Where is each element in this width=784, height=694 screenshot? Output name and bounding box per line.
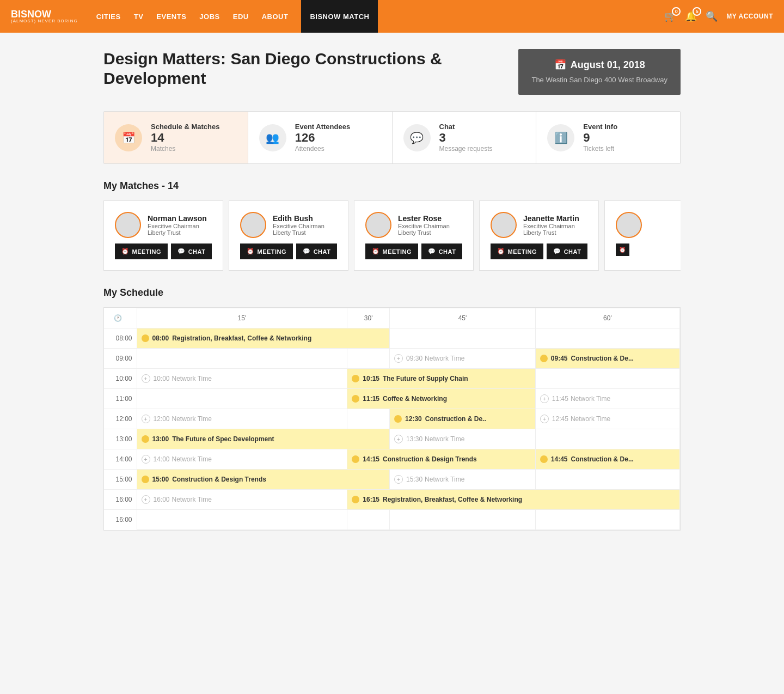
chat-button-2[interactable]: 💬 CHAT (421, 243, 462, 259)
add-network-button[interactable]: + (142, 455, 150, 464)
add-network-button[interactable]: + (394, 354, 403, 363)
account-button[interactable]: MY ACCOUNT (726, 13, 773, 20)
schedule-row: 13:0013:00The Future of Spec Development… (104, 429, 680, 449)
schedule-cell[interactable] (535, 369, 679, 389)
chat-icon: 💬 (403, 124, 431, 151)
schedule-row: 16:00 (104, 510, 680, 530)
meeting-button-1[interactable]: ⏰ MEETING (240, 243, 293, 259)
schedule-cell[interactable]: 15:00Construction & Design Trends (137, 470, 390, 490)
schedule-cell[interactable] (535, 510, 679, 530)
match-person-3: Jeanette Martin Execitive Chairman Liber… (491, 212, 587, 238)
schedule-cell[interactable] (137, 389, 347, 409)
stat-schedule[interactable]: 📅 Schedule & Matches 14 Matches (104, 112, 248, 163)
match-person-1: Edith Bush Execitive Chairman Liberty Tr… (240, 212, 337, 238)
cart-button[interactable]: 🛒 0 (664, 10, 676, 22)
info-icon: ℹ️ (547, 124, 574, 151)
meeting-button-3[interactable]: ⏰ MEETING (491, 243, 543, 259)
stat-schedule-info: Schedule & Matches 14 Matches (151, 123, 219, 153)
add-network-button[interactable]: + (394, 435, 403, 443)
schedule-cell[interactable] (137, 510, 347, 530)
match-name-2: Lester Rose (398, 214, 450, 223)
search-button[interactable]: 🔍 (706, 10, 718, 22)
match-person-0: Norman Lawson Execitive Chairman Liberty… (115, 212, 212, 238)
schedule-cell[interactable]: 10:15The Future of Supply Chain (347, 369, 536, 389)
add-network-button[interactable]: + (142, 374, 150, 383)
event-date-box: 📅 August 01, 2018 The Westin San Diego 4… (518, 49, 681, 95)
navbar: BISNOW (ALMOST) NEVER BORING CITIES TV E… (0, 0, 784, 33)
stat-chat[interactable]: 💬 Chat 3 Message requests (393, 112, 536, 163)
schedule-cell[interactable]: +12:00Network Time (137, 409, 347, 429)
meeting-button-4[interactable]: ⏰ (616, 243, 629, 256)
add-network-button[interactable]: + (540, 415, 549, 423)
schedule-cell[interactable]: +14:00Network Time (137, 449, 347, 470)
schedule-cell[interactable]: +16:00Network Time (137, 490, 347, 510)
nav-jobs[interactable]: JOBS (199, 13, 219, 21)
schedule-cell[interactable] (535, 328, 679, 349)
notification-button[interactable]: 🔔 5 (685, 10, 697, 22)
schedule-cell[interactable] (535, 470, 679, 490)
schedule-row: 09:00+09:30Network Time09:45Construction… (104, 349, 680, 369)
page-title: Design Matters: San Diego Constructions … (103, 49, 502, 88)
calendar-icon: 📅 (554, 59, 566, 71)
schedule-cell[interactable] (347, 510, 390, 530)
schedule-cell[interactable] (137, 349, 347, 369)
schedule-cell[interactable] (535, 429, 679, 449)
logo[interactable]: BISNOW (ALMOST) NEVER BORING (11, 9, 78, 23)
schedule-cell[interactable]: 16:15Registration, Breakfast, Coffee & N… (347, 490, 680, 510)
schedule-cell[interactable]: +12:45Network Time (535, 409, 679, 429)
schedule-cell[interactable] (347, 409, 390, 429)
schedule-cell[interactable] (390, 328, 536, 349)
schedule-cell[interactable]: 11:15Coffee & Networking (347, 389, 536, 409)
schedule-cell[interactable]: +09:30Network Time (390, 349, 536, 369)
add-network-button[interactable]: + (142, 415, 150, 423)
avatar-4 (616, 212, 642, 238)
match-company-0: Liberty Trust (148, 229, 207, 236)
schedule-cell[interactable]: 13:00The Future of Spec Development (137, 429, 390, 449)
time-label: 08:00 (104, 328, 137, 349)
chat-button-1[interactable]: 💬 CHAT (296, 243, 337, 259)
schedule-cell[interactable] (390, 510, 536, 530)
meeting-button-2[interactable]: ⏰ MEETING (365, 243, 418, 259)
stat-attendees-info: Event Attendees 126 Attendees (295, 123, 350, 153)
stat-attendees[interactable]: 👥 Event Attendees 126 Attendees (248, 112, 392, 163)
match-title-1: Execitive Chairman (273, 223, 324, 229)
stat-info[interactable]: ℹ️ Event Info 9 Tickets left (536, 112, 680, 163)
schedule-cell[interactable]: 14:15Construction & Design Trends (347, 449, 536, 470)
attendees-icon: 👥 (259, 124, 286, 151)
nav-cities[interactable]: CITIES (96, 13, 121, 21)
schedule-wrapper: 🕐 15' 30' 45' 60' 08:0008:00Registration… (103, 307, 681, 531)
meeting-button-0[interactable]: ⏰ MEETING (115, 243, 168, 259)
stat-attendees-label: Event Attendees (295, 123, 350, 131)
chat-button-3[interactable]: 💬 CHAT (547, 243, 587, 259)
schedule-cell[interactable]: 12:30Construction & De.. (390, 409, 536, 429)
schedule-row: 15:0015:00Construction & Design Trends+1… (104, 470, 680, 490)
time-label: 12:00 (104, 409, 137, 429)
nav-match[interactable]: BISNOW MATCH (301, 0, 378, 33)
schedule-cell[interactable]: 09:45Construction & De... (535, 349, 679, 369)
stat-info-label: Event Info (583, 123, 617, 131)
match-actions-0: ⏰ MEETING 💬 CHAT (115, 243, 212, 259)
match-info-2: Lester Rose Execitive Chairman Liberty T… (398, 214, 450, 236)
nav-about[interactable]: ABOUT (262, 13, 289, 21)
stat-schedule-value: 14 (151, 131, 219, 145)
title-section: Design Matters: San Diego Constructions … (103, 49, 681, 95)
nav-tv[interactable]: TV (134, 13, 144, 21)
nav-events[interactable]: EVENTS (156, 13, 186, 21)
add-network-button[interactable]: + (540, 394, 549, 403)
nav-edu[interactable]: EDU (233, 13, 249, 21)
add-network-button[interactable]: + (394, 475, 403, 484)
schedule-cell[interactable]: +11:45Network Time (535, 389, 679, 409)
schedule-cell[interactable]: +13:30Network Time (390, 429, 536, 449)
schedule-cell[interactable] (347, 349, 390, 369)
add-network-button[interactable]: + (142, 495, 150, 504)
chat-button-0[interactable]: 💬 CHAT (171, 243, 212, 259)
schedule-cell[interactable]: +15:30Network Time (390, 470, 536, 490)
schedule-cell[interactable]: 14:45Construction & De... (535, 449, 679, 470)
schedule-row: 11:0011:15Coffee & Networking+11:45Netwo… (104, 389, 680, 409)
matches-title: My Matches - 14 (103, 180, 681, 192)
schedule-cell[interactable]: 08:00Registration, Breakfast, Coffee & N… (137, 328, 390, 349)
col-header-30: 30' (347, 308, 390, 328)
stats-row: 📅 Schedule & Matches 14 Matches 👥 Event … (103, 111, 681, 164)
avatar-0 (115, 212, 141, 238)
schedule-cell[interactable]: +10:00Network Time (137, 369, 347, 389)
